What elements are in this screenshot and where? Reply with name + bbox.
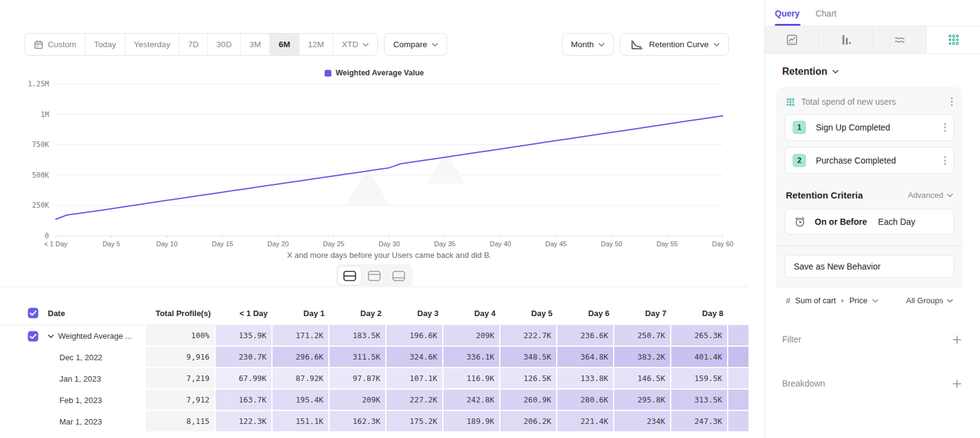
groups-label: All Groups [906, 296, 943, 305]
retention-condition[interactable]: On or Before Each Day [785, 209, 954, 235]
chart-type-button[interactable]: Retention Curve [620, 33, 729, 56]
retention-cell[interactable]: 163.7K [216, 390, 273, 411]
svg-text:750K: 750K [32, 140, 49, 149]
retention-cell[interactable]: 171.2K [273, 325, 330, 347]
tab-flows[interactable] [873, 26, 927, 53]
select-all-checkbox[interactable] [28, 308, 39, 319]
retention-cell[interactable]: 265.3K [671, 325, 728, 347]
retention-cell[interactable]: 247.3K [671, 411, 728, 432]
retention-cell[interactable]: 122.3K [216, 411, 273, 432]
retention-cell[interactable]: 313.5K [671, 390, 728, 411]
tab-funnels[interactable] [819, 26, 873, 53]
compare-button[interactable]: Compare [384, 33, 448, 56]
kebab-menu-icon[interactable] [944, 123, 946, 132]
svg-text:Day 55: Day 55 [657, 240, 678, 247]
retention-cell[interactable]: 209K [443, 325, 500, 347]
total-profiles-cell: 9,916 [146, 347, 216, 368]
range-7d[interactable]: 7D [179, 34, 207, 55]
retention-cell-partial [728, 411, 748, 432]
retention-cell[interactable]: 221.4K [557, 411, 614, 432]
range-3m[interactable]: 3M [240, 34, 270, 55]
retention-cell[interactable]: 296.6K [273, 347, 330, 368]
retention-cell[interactable]: 183.5K [330, 325, 386, 347]
range-today[interactable]: Today [85, 34, 125, 55]
svg-text:Day 50: Day 50 [601, 240, 622, 247]
view-toggle-split[interactable] [338, 266, 361, 285]
retention-cell[interactable]: 401.4K [671, 347, 728, 368]
measure-property[interactable]: Sum of cart [795, 296, 835, 305]
range-12m[interactable]: 12M [299, 34, 333, 55]
range-30d[interactable]: 30D [207, 34, 240, 55]
kebab-menu-icon[interactable] [944, 156, 946, 165]
chart-view-icon [368, 270, 381, 282]
tab-chart[interactable]: Chart [815, 9, 836, 26]
tab-insights[interactable] [765, 26, 819, 53]
retention-cell[interactable]: 383.2K [614, 347, 671, 368]
retention-cell[interactable]: 87.92K [273, 368, 330, 390]
row-label-cell: Mar 1, 2023 [44, 411, 146, 432]
retention-cell[interactable]: 151.1K [273, 411, 330, 432]
retention-cell[interactable]: 126.5K [500, 368, 557, 390]
retention-cell[interactable]: 195.4K [273, 390, 330, 411]
retention-cell[interactable]: 135.9K [216, 325, 273, 347]
retention-cell[interactable]: 242.8K [443, 390, 500, 411]
retention-cell[interactable]: 234K [614, 411, 671, 432]
retention-cell[interactable]: 189.9K [443, 411, 500, 432]
retention-cell[interactable]: 295.8K [614, 390, 671, 411]
column-header: Day 7 [614, 301, 671, 325]
retention-cell[interactable]: 206.2K [500, 411, 557, 432]
range-label: 7D [188, 40, 198, 49]
retention-cell[interactable]: 348.5K [500, 347, 557, 368]
table-header-row: DateTotal Profile(s)< 1 DayDay 1Day 2Day… [0, 301, 748, 325]
range-xtd[interactable]: XTD [333, 34, 377, 55]
retention-cell[interactable]: 116.9K [443, 368, 500, 390]
retention-cell[interactable]: 162.3K [330, 411, 386, 432]
row-label: Jan 1, 2023 [59, 374, 101, 383]
retention-cell[interactable]: 222.7K [500, 325, 557, 347]
retention-cell[interactable]: 230.7K [216, 347, 273, 368]
retention-cell[interactable]: 364.8K [557, 347, 614, 368]
report-type-selector[interactable]: Retention [782, 66, 963, 77]
row-expander-icon[interactable] [48, 334, 54, 338]
retention-cell[interactable]: 196.6K [386, 325, 443, 347]
retention-cell-partial [728, 368, 748, 390]
tab-retention[interactable] [927, 26, 980, 53]
retention-cell[interactable]: 227.2K [386, 390, 443, 411]
retention-cell[interactable]: 146.5K [614, 368, 671, 390]
view-toggle-group [0, 264, 748, 287]
breakdown-label: Breakdown [782, 379, 952, 388]
save-as-new-behavior-button[interactable]: Save as New Behavior [785, 255, 954, 278]
tab-query[interactable]: Query [775, 9, 799, 26]
retention-cell[interactable]: 133.8K [557, 368, 614, 390]
retention-cell[interactable]: 280.6K [557, 390, 614, 411]
groups-dropdown[interactable]: All Groups [906, 296, 953, 305]
retention-cell[interactable]: 324.6K [386, 347, 443, 368]
retention-cell[interactable]: 175.2K [386, 411, 443, 432]
range-6m[interactable]: 6M [270, 34, 299, 55]
condition-operator: On or Before [815, 217, 867, 227]
view-toggle-table[interactable] [387, 266, 410, 285]
kebab-menu-icon[interactable] [951, 97, 953, 107]
retention-cell[interactable]: 311.5K [330, 347, 386, 368]
view-toggle-chart[interactable] [363, 266, 386, 285]
add-filter-button[interactable] [952, 335, 962, 344]
behavior-step[interactable]: 2Purchase Completed [785, 147, 954, 174]
card-divider [776, 246, 963, 246]
retention-cell[interactable]: 67.99K [216, 368, 273, 390]
advanced-toggle[interactable]: Advanced [908, 191, 953, 200]
row-checkbox[interactable] [28, 331, 39, 342]
retention-cell[interactable]: 260.9K [500, 390, 557, 411]
retention-cell[interactable]: 107.1K [386, 368, 443, 390]
retention-cell[interactable]: 97.87K [330, 368, 386, 390]
retention-cell[interactable]: 250.7K [614, 325, 671, 347]
measure-subproperty[interactable]: Price [850, 296, 868, 305]
retention-cell[interactable]: 236.6K [557, 325, 614, 347]
retention-cell[interactable]: 159.5K [671, 368, 728, 390]
behavior-step[interactable]: 1Sign Up Completed [785, 114, 954, 141]
range-yesterday[interactable]: Yesterday [125, 34, 179, 55]
add-breakdown-button[interactable] [952, 379, 962, 388]
range-custom[interactable]: Custom [25, 34, 85, 55]
retention-cell[interactable]: 336.1K [443, 347, 500, 368]
granularity-button[interactable]: Month [562, 33, 614, 56]
retention-cell[interactable]: 209K [330, 390, 386, 411]
